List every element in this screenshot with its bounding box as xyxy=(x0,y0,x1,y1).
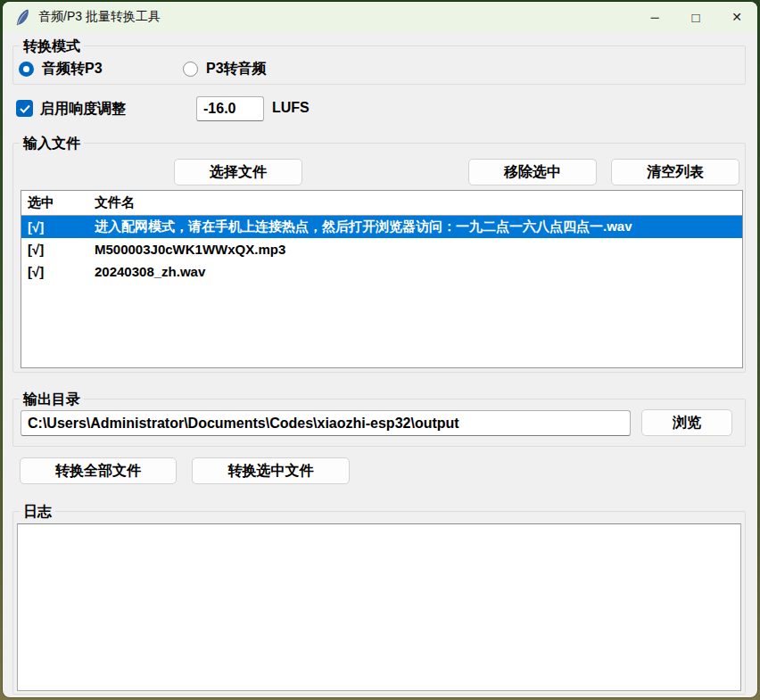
convert-all-button[interactable]: 转换全部文件 xyxy=(20,457,177,484)
app-window: 音频/P3 批量转换工具 ─ □ ✕ 转换模式 音频转P3 P3转音频 启用响度… xyxy=(3,2,757,697)
minimize-icon[interactable]: ─ xyxy=(634,2,675,32)
row-checked-mark: [√] xyxy=(21,242,95,257)
row-checked-mark: [√] xyxy=(21,264,95,279)
loudness-checkbox[interactable] xyxy=(16,100,33,117)
loudness-checkbox-label[interactable]: 启用响度调整 xyxy=(40,100,126,119)
loudness-value-input[interactable] xyxy=(196,96,264,121)
radio-audio-to-p3-label: 音频转P3 xyxy=(42,60,103,78)
lufs-unit-label: LUFS xyxy=(272,100,310,116)
column-header-filename: 文件名 xyxy=(95,194,742,211)
mode-groupbox: 转换模式 音频转P3 P3转音频 xyxy=(12,45,746,85)
mode-group-label: 转换模式 xyxy=(20,37,84,54)
log-groupbox: 日志 xyxy=(12,511,746,695)
radio-unselected-icon xyxy=(183,62,198,77)
row-checked-mark: [√] xyxy=(21,219,95,235)
convert-selected-button[interactable]: 转换选中文件 xyxy=(192,457,350,484)
checkmark-icon xyxy=(20,104,30,113)
remove-selected-button[interactable]: 移除选中 xyxy=(468,159,597,185)
radio-p3-to-audio-label: P3转音频 xyxy=(206,60,267,78)
radio-audio-to-p3[interactable]: 音频转P3 xyxy=(19,60,103,78)
input-group-label: 输入文件 xyxy=(20,135,84,152)
radio-p3-to-audio[interactable]: P3转音频 xyxy=(183,60,267,78)
output-dir-groupbox: 输出目录 浏览 xyxy=(12,399,746,447)
close-icon[interactable]: ✕ xyxy=(716,2,757,32)
table-row[interactable]: [√] 20240308_zh.wav xyxy=(21,260,742,283)
file-table-header: 选中 文件名 xyxy=(21,191,742,216)
table-row[interactable]: [√] M500003J0cWK1WWxQX.mp3 xyxy=(21,238,742,260)
tk-feather-icon xyxy=(13,8,31,26)
titlebar: 音频/P3 批量转换工具 ─ □ ✕ xyxy=(3,2,757,32)
maximize-icon[interactable]: □ xyxy=(675,2,716,32)
clear-list-button[interactable]: 清空列表 xyxy=(611,159,739,185)
input-files-groupbox: 输入文件 选择文件 移除选中 清空列表 选中 文件名 [√] 进入配网模式，请在… xyxy=(12,143,746,373)
radio-selected-icon xyxy=(19,62,34,77)
table-row[interactable]: [√] 进入配网模式，请在手机上连接热点，然后打开浏览器访问：一九二点一六八点四… xyxy=(21,216,742,238)
output-path-input[interactable] xyxy=(21,410,631,436)
output-group-label: 输出目录 xyxy=(20,391,84,408)
log-textarea[interactable] xyxy=(17,523,741,691)
column-header-checked: 选中 xyxy=(21,194,95,211)
desktop: { "window": { "title": "音频/P3 批量转换工具" },… xyxy=(0,0,760,700)
row-filename: 20240308_zh.wav xyxy=(95,264,742,279)
browse-button[interactable]: 浏览 xyxy=(641,409,732,436)
select-files-button[interactable]: 选择文件 xyxy=(174,159,302,185)
file-table: 选中 文件名 [√] 进入配网模式，请在手机上连接热点，然后打开浏览器访问：一九… xyxy=(21,190,743,368)
log-group-label: 日志 xyxy=(20,503,55,520)
row-filename: 进入配网模式，请在手机上连接热点，然后打开浏览器访问：一九二点一六八点四点一.w… xyxy=(95,218,742,235)
window-title: 音频/P3 批量转换工具 xyxy=(38,9,161,25)
row-filename: M500003J0cWK1WWxQX.mp3 xyxy=(95,242,742,257)
